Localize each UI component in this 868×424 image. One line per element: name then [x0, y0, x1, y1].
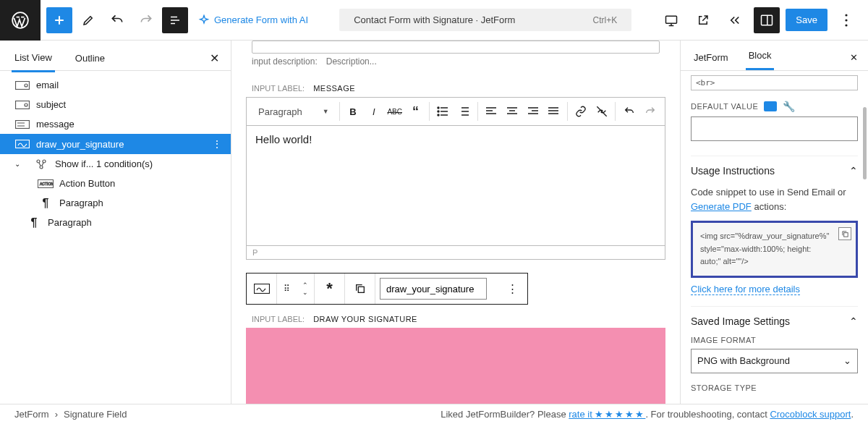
bullet-list-button[interactable] — [433, 101, 454, 122]
document-title[interactable]: Contact Form with Signature · JetForm Ct… — [339, 9, 631, 31]
svg-point-17 — [438, 107, 439, 109]
topbar: Generate Form with AI Contact Form with … — [0, 0, 868, 41]
richtext-body[interactable]: Hello world! — [246, 126, 665, 246]
chevron-up-icon: ⌃ — [849, 165, 858, 177]
tree-item-conditional[interactable]: ⌄Show if... 1 condition(s) — [0, 154, 231, 174]
edit-icon[interactable] — [75, 7, 101, 33]
unlink-button[interactable] — [592, 101, 613, 122]
caret-down-icon[interactable]: ⌄ — [14, 160, 27, 168]
italic-button[interactable]: I — [363, 101, 384, 122]
richtext-path: P — [246, 246, 665, 260]
crumb-jetform[interactable]: JetForm — [14, 409, 49, 420]
collapse-icon[interactable] — [722, 7, 748, 33]
tree-item-paragraph[interactable]: ¶Paragraph — [0, 213, 231, 232]
tree-item-message[interactable]: message — [0, 114, 231, 134]
more-options-icon[interactable] — [833, 7, 859, 33]
storage-type-label: STORAGE TYPE — [691, 383, 858, 392]
database-icon[interactable] — [764, 101, 777, 111]
align-justify-button[interactable] — [543, 101, 564, 122]
document-overview-button[interactable] — [162, 7, 188, 33]
image-format-select[interactable]: PNG with Background⌄ — [691, 349, 858, 373]
tree-item-more-icon[interactable]: ⋮ — [212, 138, 222, 150]
save-button[interactable]: Save — [786, 9, 827, 31]
redo-button[interactable] — [133, 7, 159, 33]
copy-button[interactable] — [345, 274, 375, 304]
generate-pdf-link[interactable]: Generate PDF — [691, 201, 752, 212]
tree-item-action-button[interactable]: ACTIONAction Button — [0, 174, 231, 193]
blockquote-button[interactable]: “ — [405, 101, 426, 122]
svg-point-13 — [43, 160, 46, 163]
generate-ai-button[interactable]: Generate Form with AI — [191, 10, 315, 30]
copy-code-button[interactable] — [838, 227, 851, 240]
paragraph-dropdown[interactable]: Paragraph▼ — [251, 103, 336, 120]
align-right-button[interactable] — [522, 101, 543, 122]
block-type-icon[interactable] — [247, 274, 277, 304]
strikethrough-button[interactable]: ABC — [384, 101, 405, 122]
tab-jetform[interactable]: JetForm — [691, 45, 731, 70]
tab-block[interactable]: Block — [746, 43, 775, 70]
close-settings-button[interactable]: ✕ — [850, 52, 858, 70]
default-value-input[interactable] — [691, 116, 858, 141]
wordpress-logo[interactable] — [0, 0, 41, 41]
code-snippet: <img src="%draw_your_signature%" style="… — [691, 221, 858, 278]
close-panel-button[interactable]: ✕ — [210, 51, 219, 65]
tab-list-view[interactable]: List View — [12, 45, 55, 72]
shortcut-label: Ctrl+K — [593, 15, 618, 25]
code-preview: <br> — [691, 75, 858, 90]
svg-rect-20 — [254, 284, 269, 294]
asterisk-button[interactable]: * — [315, 274, 345, 304]
image-format-label: IMAGE FORMAT — [691, 336, 858, 344]
view-desktop-icon[interactable] — [658, 7, 684, 33]
caret-down-icon: ▼ — [323, 108, 329, 115]
align-center-button[interactable] — [501, 101, 522, 122]
tree-item-subject[interactable]: subject — [0, 95, 231, 114]
move-arrows[interactable]: ⌃⌄ — [296, 274, 315, 304]
tree-item-paragraph[interactable]: ¶Paragraph — [0, 193, 231, 213]
svg-rect-10 — [16, 120, 30, 128]
undo-editor-button[interactable] — [618, 101, 639, 122]
usage-panel-toggle[interactable]: Usage Instructions⌃ — [691, 156, 858, 185]
usage-text: Code snippet to use in Send Email or Gen… — [691, 185, 858, 213]
default-value-label: DEFAULT VALUE — [691, 102, 758, 111]
drag-handle-icon[interactable]: ⠿ — [277, 274, 296, 304]
svg-point-5 — [845, 24, 847, 26]
richtext-toolbar: Paragraph▼ B I ABC “ — [246, 97, 665, 126]
block-more-button[interactable]: ⋮ — [497, 274, 527, 304]
tab-outline[interactable]: Outline — [72, 46, 108, 71]
external-link-icon[interactable] — [690, 7, 716, 33]
svg-point-3 — [845, 14, 847, 16]
field-box[interactable] — [252, 41, 660, 54]
link-button[interactable] — [571, 101, 592, 122]
scrollbar-thumb[interactable] — [863, 107, 867, 179]
svg-point-7 — [25, 84, 27, 87]
support-link[interactable]: Crocoblock support — [770, 409, 851, 420]
svg-rect-21 — [358, 287, 364, 292]
svg-rect-22 — [843, 232, 848, 237]
undo-button[interactable] — [104, 7, 130, 33]
saved-image-panel-toggle[interactable]: Saved Image Settings⌃ — [691, 306, 858, 336]
more-details-link[interactable]: Click here for more details — [691, 284, 800, 295]
svg-point-4 — [845, 19, 847, 21]
tree-item-email[interactable]: email — [0, 75, 231, 95]
field-name-input[interactable] — [380, 278, 487, 300]
add-block-button[interactable] — [46, 7, 72, 33]
sidebar-toggle-button[interactable] — [754, 7, 780, 33]
signature-canvas[interactable] — [246, 328, 665, 415]
svg-rect-2 — [762, 15, 773, 25]
numbered-list-button[interactable] — [454, 101, 475, 122]
svg-rect-1 — [666, 16, 677, 23]
svg-text:ACTION: ACTION — [40, 182, 54, 186]
description-placeholder[interactable]: Description... — [326, 56, 377, 67]
redo-editor-button[interactable] — [639, 101, 660, 122]
svg-point-12 — [37, 160, 40, 163]
ai-label: Generate Form with AI — [214, 14, 308, 25]
wrench-icon[interactable]: 🔧 — [783, 101, 796, 112]
align-left-button[interactable] — [480, 101, 501, 122]
block-floating-toolbar: ⠿ ⌃⌄ * ⋮ — [246, 273, 528, 305]
list-view-panel: List View Outline ✕ email subject messag… — [0, 41, 231, 424]
bold-button[interactable]: B — [343, 101, 364, 122]
tree-item-signature[interactable]: draw_your_signature⋮ — [0, 134, 231, 154]
block-tree: email subject message draw_your_signatur… — [0, 71, 231, 237]
crumb-signature[interactable]: Signature Field — [64, 409, 127, 420]
rate-link[interactable]: rate it ★★★★★ — [569, 409, 645, 420]
